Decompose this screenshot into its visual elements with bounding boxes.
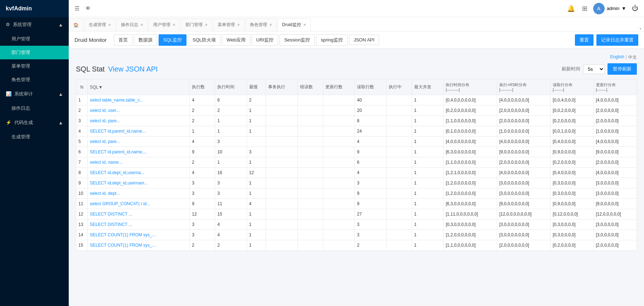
menu-group-codegen-header[interactable]: ⚡代码生成 ▲ — [0, 115, 69, 130]
lang-chinese[interactable]: 中文 — [628, 54, 637, 60]
table-row: 7select id, name...21161[1,1,0,0,0,0,0,0… — [76, 157, 637, 168]
nav-btn-spring[interactable]: spring监控 — [316, 34, 347, 46]
th-executing: 执行中 — [386, 79, 412, 95]
tab-close-gen[interactable]: ✕ — [108, 23, 111, 27]
th-slowest: 最慢 — [247, 79, 266, 95]
cell-exec-count: 1 — [190, 126, 215, 137]
tab-dept-mgmt[interactable]: 部门管理 ✕ — [181, 18, 212, 31]
nav-btn-session[interactable]: Session监控 — [280, 34, 315, 46]
menu-group-audit-header[interactable]: 📊系统审计 ▲ — [0, 87, 69, 102]
lang-toggle: English | 中文 — [76, 54, 637, 60]
lang-english[interactable]: English — [610, 54, 624, 60]
btn-reset[interactable]: 重置 — [575, 34, 594, 46]
tab-menu-mgmt[interactable]: 菜单管理 ✕ — [213, 18, 244, 31]
cell-update-row-dist: [2,0,0,0,0,0] — [594, 105, 636, 116]
nav-btn-jsonapi[interactable]: JSON API — [349, 35, 379, 45]
menu-group-system-header[interactable]: ⚙系统管理 ▲ — [0, 17, 69, 32]
cell-read-row-dist: [0,9,0,0,0,0] — [551, 199, 594, 209]
sidebar-item-user-mgmt[interactable]: 用户管理 — [0, 32, 69, 46]
cell-read-row-dist: [0,0,2,0,0,0] — [551, 105, 594, 116]
cell-exec-rs-dist: [3,0,0,0,0,0,0,0] — [497, 188, 550, 199]
sidebar-item-role-mgmt[interactable]: 角色管理 — [0, 73, 69, 87]
cell-sql[interactable]: select table_name,table_c... — [88, 95, 190, 105]
cell-max-concurrency: 1 — [412, 157, 443, 168]
cell-exec-rs-dist: [2,0,0,0,0,0,0,0] — [497, 157, 550, 168]
cell-sql[interactable]: select id, pare... — [88, 137, 190, 147]
sidebar-item-menu-mgmt[interactable]: 菜单管理 — [0, 59, 69, 73]
cell-exec-rs-dist: [3,0,0,0,0,0,0,0] — [497, 230, 550, 240]
cell-update-row-dist: [4,0,0,0,0,0] — [594, 137, 636, 147]
menu-toggle-icon[interactable]: ☰ — [73, 4, 81, 13]
table-body: 1select table_name,table_c...462401[0,4,… — [76, 95, 637, 251]
cell-sql[interactable]: SELECT id,parent_id,name,... — [88, 147, 190, 157]
cell-max-concurrency: 1 — [412, 137, 443, 147]
cell-n: 6 — [76, 147, 88, 157]
tab-close-oplog[interactable]: ✕ — [140, 23, 143, 27]
th-update-row-dist: 更新行分布[-------] — [594, 79, 636, 95]
nav-btn-webapp[interactable]: Web应用 — [222, 34, 250, 46]
cell-update-rows — [323, 95, 354, 105]
nav-btn-home[interactable]: 首页 — [114, 34, 132, 46]
nav-btn-firewall[interactable]: SQL防火墙 — [188, 34, 221, 46]
cell-sql[interactable]: SELECT id,dept_id,userna... — [88, 168, 190, 178]
tab-close-role[interactable]: ✕ — [269, 23, 272, 27]
tab-druid-monitor[interactable]: Druid监控 ✕ — [277, 18, 311, 31]
cell-txn-exec — [266, 188, 297, 199]
cell-sql[interactable]: SELECT id,dept_id,usernam... — [88, 178, 190, 188]
table-row: 9SELECT id,dept_id,usernam...33131[1,2,0… — [76, 178, 637, 188]
cell-sql[interactable]: select id, user... — [88, 105, 190, 116]
sidebar-item-op-log[interactable]: 操作日志 — [0, 102, 69, 115]
power-icon[interactable]: ⏻ — [630, 3, 640, 14]
nav-btn-sql[interactable]: SQL监控 — [159, 34, 187, 46]
cell-slowest: 1 — [247, 240, 266, 251]
table-header-row: N SQL▼ 执行数 执行时间 最慢 事务执行 错误数 更新行数 读取行数 执行… — [76, 79, 637, 95]
notification-icon[interactable]: 🔔 — [566, 3, 576, 14]
tab-op-log[interactable]: 操作日志 ✕ — [116, 18, 148, 31]
btn-log-reset[interactable]: 记录日志并重置 — [596, 34, 638, 46]
refresh-select[interactable]: 5s 10s 30s 60s — [583, 64, 605, 74]
cell-max-concurrency: 1 — [412, 116, 443, 126]
sidebar-item-gen-mgmt[interactable]: 生成管理 — [0, 130, 69, 144]
cell-sql[interactable]: SELECT DISTINCT ... — [88, 219, 190, 230]
cell-sql[interactable]: SELECT id,parent_id,name... — [88, 126, 190, 137]
nav-btn-uri[interactable]: URI监控 — [252, 34, 278, 46]
cell-sql[interactable]: SELECT COUNT(1) FROM sys_... — [88, 230, 190, 240]
btn-pause[interactable]: 暂停刷新 — [607, 63, 637, 75]
cell-exec-rs-dist: [9,0,0,0,0,0,0,0] — [497, 199, 550, 209]
cell-update-row-dist: [1,0,0,0,0,0] — [594, 126, 636, 137]
view-json-api-link[interactable]: View JSON API — [108, 65, 158, 73]
grid-icon[interactable]: ⊞ — [581, 3, 589, 14]
cell-read-row-dist: [0,2,0,0,0,0] — [551, 157, 594, 168]
cell-slowest: 1 — [247, 230, 266, 240]
cell-sql[interactable]: SELECT COUNT(1) FROM sys_... — [88, 240, 190, 251]
cell-sql[interactable]: select id, dept... — [88, 188, 190, 199]
cell-sql[interactable]: select id, pare... — [88, 116, 190, 126]
user-info[interactable]: A admin ▼ — [593, 3, 626, 14]
tab-close-menu[interactable]: ✕ — [237, 23, 240, 27]
cell-exec-time: 1 — [215, 157, 247, 168]
tab-gen-mgmt[interactable]: 生成管理 ✕ — [84, 18, 116, 31]
tab-user-mgmt[interactable]: 用户管理 ✕ — [149, 18, 180, 31]
th-sql[interactable]: SQL▼ — [88, 79, 190, 95]
cell-error-count — [297, 199, 323, 209]
app-logo: kvfAdmin — [0, 0, 69, 17]
cell-sql[interactable]: SELECT DISTINCT ... — [88, 209, 190, 219]
cell-read-row-dist: [0,3,0,0,0,0] — [551, 178, 594, 188]
tab-close-user[interactable]: ✕ — [173, 23, 175, 27]
tab-scroll-right-icon[interactable]: › — [640, 26, 641, 31]
cell-txn-exec — [266, 137, 297, 147]
tab-role-mgmt[interactable]: 角色管理 ✕ — [245, 18, 277, 31]
cell-sql[interactable]: select GROUP_CONCAT( r.id... — [88, 199, 190, 209]
cell-update-row-dist: [2,0,0,0,0,0] — [594, 116, 636, 126]
eye-icon[interactable]: 👁 — [84, 4, 92, 13]
tab-close-druid[interactable]: ✕ — [303, 23, 306, 27]
sidebar-item-dept-mgmt[interactable]: 部门管理 — [0, 46, 69, 59]
cell-txn-exec — [266, 209, 297, 219]
cell-txn-exec — [266, 126, 297, 137]
tab-home[interactable]: 🏠 — [69, 18, 83, 31]
cell-max-concurrency: 1 — [412, 147, 443, 157]
cell-sql[interactable]: select id, name... — [88, 157, 190, 168]
cell-update-rows — [323, 230, 354, 240]
tab-close-dept[interactable]: ✕ — [205, 23, 208, 27]
nav-btn-datasource[interactable]: 数据源 — [134, 34, 157, 46]
